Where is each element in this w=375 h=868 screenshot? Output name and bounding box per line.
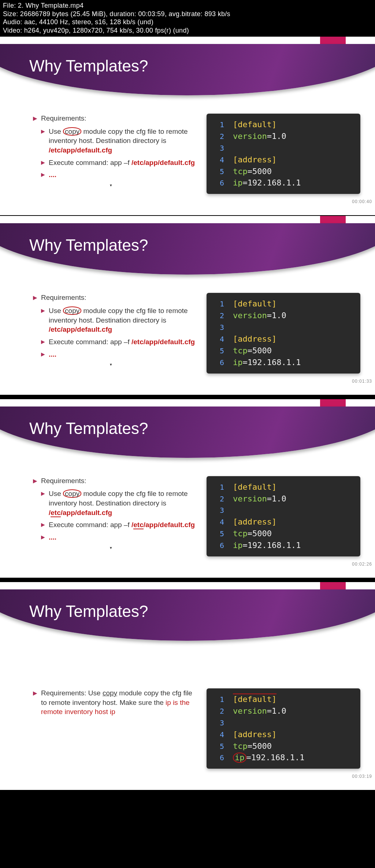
slide-2: Why Templates? ▶Requirements: ▶ Use copy… — [0, 216, 375, 395]
underlined-copy: copy — [103, 689, 117, 697]
req-item-exec: Execute command: app –f /etc/app/default… — [49, 158, 195, 168]
underlined-etc: etc — [133, 521, 143, 529]
slide-title: Why Templates? — [29, 236, 148, 254]
circled-default: [default] — [233, 694, 276, 704]
cursor-mark: ▾ — [110, 183, 197, 188]
req-dots: .... — [49, 350, 56, 359]
slide-3: Why Templates? ▶Requirements: ▶ Use copy… — [0, 399, 375, 578]
meta-video: Video: h264, yuv420p, 1280x720, 754 kb/s… — [3, 26, 372, 35]
bullet-icon: ▶ — [41, 490, 45, 517]
meta-file: File: 2. Why Template.mp4 — [3, 1, 372, 10]
timestamp: 00:01:33 — [0, 379, 375, 384]
req-dots: .... — [49, 533, 56, 542]
req-item-exec: Execute command: app –f /etc/app/default… — [49, 520, 195, 530]
req-item-exec: Execute command: app –f /etc/app/default… — [49, 337, 195, 347]
timestamp: 00:03:19 — [0, 774, 375, 779]
bullet-icon: ▶ — [41, 307, 45, 334]
bullet-icon: ▶ — [41, 171, 45, 180]
bullet-icon: ▶ — [33, 689, 37, 717]
slide-4: Why Templates? ▶ Requirements: Use copy … — [0, 582, 375, 791]
slide-title: Why Templates? — [29, 602, 148, 621]
req-item-copy: Use copy module copy the cfg file to rem… — [49, 127, 197, 155]
timestamp: 00:00:40 — [0, 199, 375, 204]
code-block: 1[default] 2version=1.0 3 4[address] 5tc… — [207, 688, 360, 769]
slide-title: Why Templates? — [29, 419, 148, 438]
bullet-icon: ▶ — [33, 115, 37, 123]
req-item-copy: Use copy module copy the cfg file to rem… — [49, 306, 197, 334]
bullet-icon: ▶ — [41, 351, 45, 359]
cursor-mark: ▾ — [110, 362, 197, 367]
circled-ip: ip — [233, 753, 246, 762]
bullet-icon: ▶ — [41, 128, 45, 155]
video-metadata-header: File: 2. Why Template.mp4 Size: 26686789… — [0, 0, 375, 37]
meta-size: Size: 26686789 bytes (25.45 MiB), durati… — [3, 10, 372, 18]
code-block: 1[default] 2version=1.0 3 4[address] 5tc… — [207, 476, 360, 556]
req-item-single: Requirements: Use copy module copy the c… — [41, 688, 197, 717]
slide-1: Why Templates? ▶Requirements: ▶ Use copy… — [0, 37, 375, 216]
bullet-icon: ▶ — [33, 294, 37, 302]
bullet-icon: ▶ — [41, 159, 45, 168]
requirements-label: Requirements: — [41, 293, 86, 302]
requirements-label: Requirements: — [41, 476, 86, 486]
req-item-copy: Use copy module copy the cfg file to rem… — [49, 489, 197, 517]
timestamp: 00:02:26 — [0, 562, 375, 567]
bullet-icon: ▶ — [41, 534, 45, 542]
circled-copy: copy — [63, 127, 81, 136]
bullet-icon: ▶ — [41, 521, 45, 530]
requirements-label: Requirements: — [41, 114, 86, 123]
bullet-icon: ▶ — [41, 338, 45, 347]
bullet-icon: ▶ — [33, 477, 37, 486]
code-block: 1[default] 2version=1.0 3 4[address] 5tc… — [207, 293, 360, 373]
circled-copy: copy — [63, 306, 81, 315]
circled-copy: copy — [63, 489, 81, 498]
cursor-mark: ▾ — [110, 545, 197, 551]
slide-title: Why Templates? — [29, 57, 148, 75]
code-block: 1[default] 2version=1.0 3 4[address] 5tc… — [207, 114, 360, 194]
underlined-etc: etc — [51, 509, 60, 517]
req-dots: .... — [49, 170, 56, 180]
meta-audio: Audio: aac, 44100 Hz, stereo, s16, 128 k… — [3, 18, 372, 26]
